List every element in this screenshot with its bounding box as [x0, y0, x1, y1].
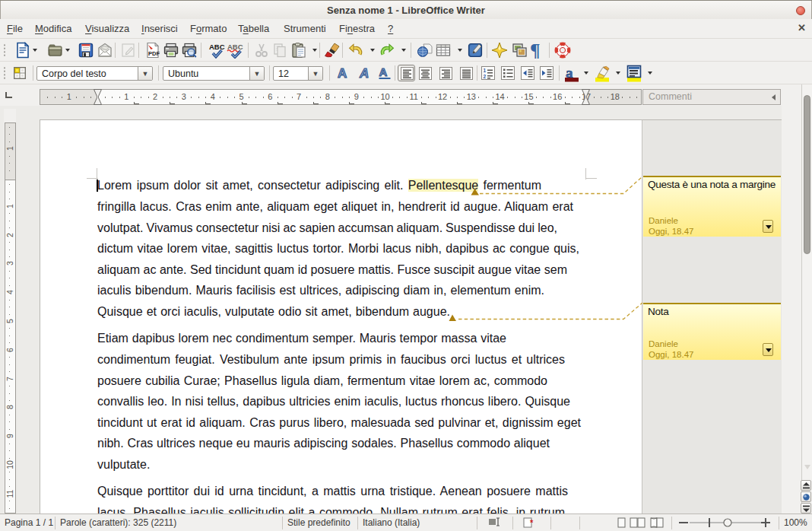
- svg-text:A: A: [338, 66, 347, 81]
- svg-text:ABC: ABC: [209, 43, 225, 51]
- svg-text:A: A: [379, 65, 388, 78]
- svg-text:2: 2: [484, 74, 487, 79]
- svg-text:1: 1: [484, 68, 487, 73]
- svg-text:a: a: [566, 65, 573, 81]
- svg-text:*: *: [530, 518, 534, 527]
- svg-text:¶: ¶: [530, 42, 541, 59]
- svg-text:PDF: PDF: [148, 50, 160, 57]
- svg-text:A: A: [359, 66, 369, 81]
